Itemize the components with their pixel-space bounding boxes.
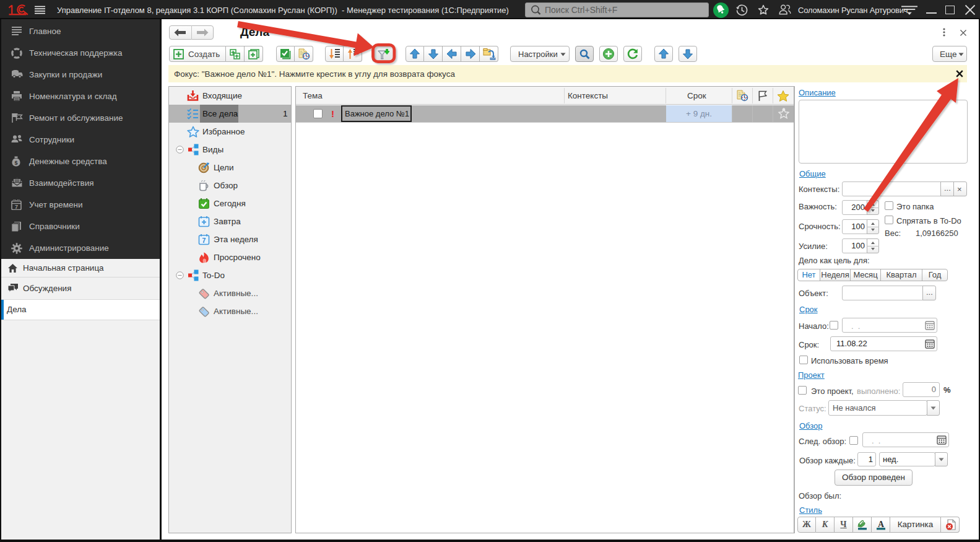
svg-text:7: 7	[202, 237, 206, 244]
svg-text:A: A	[878, 520, 885, 529]
svg-text:7: 7	[15, 204, 18, 210]
svg-text:$: $	[14, 160, 17, 166]
